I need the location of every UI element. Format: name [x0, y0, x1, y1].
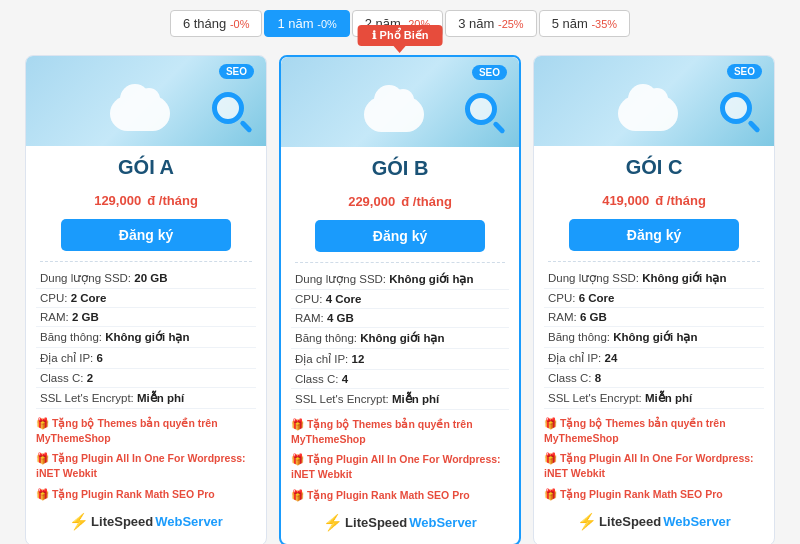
- bonus-b-2: 🎁 Tặng Plugin Rank Math SEO Pro: [291, 485, 509, 506]
- register-btn-a[interactable]: Đăng ký: [61, 219, 231, 251]
- seo-badge-b: SEO: [472, 65, 507, 80]
- litespeed-footer-c: ⚡ LiteSpeed WebServer: [534, 512, 774, 531]
- bonus-c-1: 🎁 Tặng Plugin All In One For Wordpress: …: [544, 448, 764, 483]
- lightning-icon-b: ⚡: [323, 513, 343, 532]
- card-header-c: SEO: [534, 56, 774, 146]
- spec-a-0: Dung lượng SSD: 20 GB: [36, 268, 256, 289]
- price-unit-b: đ /tháng: [401, 194, 452, 209]
- card-price-b: 229,000 đ /tháng: [281, 184, 519, 220]
- spec-c-0: Dung lượng SSD: Không giới hạn: [544, 268, 764, 289]
- lightning-icon-c: ⚡: [577, 512, 597, 531]
- cloud-icon-b: [364, 97, 424, 132]
- spec-c-2: RAM: 6 GB: [544, 308, 764, 327]
- page-wrapper: 6 tháng -0% 1 năm -0% 2 năm -20% 3 năm -…: [0, 0, 800, 544]
- bonus-b-0: 🎁 Tặng bộ Themes bản quyền trên MyThemeS…: [291, 414, 509, 449]
- lightning-icon-a: ⚡: [69, 512, 89, 531]
- seo-badge-c: SEO: [727, 64, 762, 79]
- tab-3-years[interactable]: 3 năm -25%: [445, 10, 536, 37]
- popular-badge: Phổ Biến: [358, 25, 443, 46]
- litespeed-logo-c: ⚡ LiteSpeed WebServer: [577, 512, 731, 531]
- divider-c: [548, 261, 760, 262]
- price-unit-c: đ /tháng: [655, 193, 706, 208]
- webserver-label-c: WebServer: [663, 514, 731, 529]
- bonus-a-1: 🎁 Tặng Plugin All In One For Wordpress: …: [36, 448, 256, 483]
- spec-a-2: RAM: 2 GB: [36, 308, 256, 327]
- card-price-c: 419,000 đ /tháng: [534, 183, 774, 219]
- card-header-b: SEO: [281, 57, 519, 147]
- spec-b-2: RAM: 4 GB: [291, 309, 509, 328]
- bonus-c-2: 🎁 Tặng Plugin Rank Math SEO Pro: [544, 484, 764, 505]
- specs-list-b: Dung lượng SSD: Không giới hạn CPU: 4 Co…: [281, 269, 519, 410]
- cloud-icon-a: [110, 96, 170, 131]
- spec-a-1: CPU: 2 Core: [36, 289, 256, 308]
- price-value-a: 129,000: [94, 193, 141, 208]
- divider-b: [295, 262, 505, 263]
- spec-c-6: SSL Let's Encrypt: Miễn phí: [544, 388, 764, 409]
- cloud-icon-c: [618, 96, 678, 131]
- webserver-label-b: WebServer: [409, 515, 477, 530]
- litespeed-label-b: LiteSpeed: [345, 515, 407, 530]
- spec-b-6: SSL Let's Encrypt: Miễn phí: [291, 389, 509, 410]
- bonus-list-a: 🎁 Tặng bộ Themes bản quyền trên MyThemeS…: [26, 413, 266, 504]
- card-goi-c: SEO GÓI C 419,000 đ /tháng Đăng ký Dung …: [533, 55, 775, 544]
- divider-a: [40, 261, 252, 262]
- spec-b-0: Dung lượng SSD: Không giới hạn: [291, 269, 509, 290]
- litespeed-label-c: LiteSpeed: [599, 514, 661, 529]
- magnifier-icon-b: [465, 93, 497, 125]
- cards-row: SEO GÓI A 129,000 đ /tháng Đăng ký Dung …: [10, 55, 790, 544]
- tab-1-year[interactable]: 1 năm -0%: [264, 10, 349, 37]
- spec-c-3: Băng thông: Không giới hạn: [544, 327, 764, 348]
- spec-b-4: Địa chỉ IP: 12: [291, 349, 509, 370]
- spec-c-4: Địa chỉ IP: 24: [544, 348, 764, 369]
- spec-b-1: CPU: 4 Core: [291, 290, 509, 309]
- litespeed-footer-a: ⚡ LiteSpeed WebServer: [26, 512, 266, 531]
- spec-c-1: CPU: 6 Core: [544, 289, 764, 308]
- spec-a-4: Địa chỉ IP: 6: [36, 348, 256, 369]
- card-price-a: 129,000 đ /tháng: [26, 183, 266, 219]
- specs-list-a: Dung lượng SSD: 20 GB CPU: 2 Core RAM: 2…: [26, 268, 266, 409]
- spec-a-5: Class C: 2: [36, 369, 256, 388]
- bonus-a-2: 🎁 Tặng Plugin Rank Math SEO Pro: [36, 484, 256, 505]
- litespeed-logo-b: ⚡ LiteSpeed WebServer: [323, 513, 477, 532]
- spec-c-5: Class C: 8: [544, 369, 764, 388]
- card-title-b: GÓI B: [281, 147, 519, 184]
- card-goi-b: Phổ Biến SEO GÓI B 229,000 đ /tháng Đăng…: [279, 55, 521, 544]
- card-header-a: SEO: [26, 56, 266, 146]
- magnifier-icon-c: [720, 92, 752, 124]
- bonus-b-1: 🎁 Tặng Plugin All In One For Wordpress: …: [291, 449, 509, 484]
- webserver-label-a: WebServer: [155, 514, 223, 529]
- tab-5-years[interactable]: 5 năm -35%: [539, 10, 630, 37]
- seo-badge-a: SEO: [219, 64, 254, 79]
- tab-6-months[interactable]: 6 tháng -0%: [170, 10, 263, 37]
- bonus-c-0: 🎁 Tặng bộ Themes bản quyền trên MyThemeS…: [544, 413, 764, 448]
- card-title-a: GÓI A: [26, 146, 266, 183]
- litespeed-label-a: LiteSpeed: [91, 514, 153, 529]
- spec-a-3: Băng thông: Không giới hạn: [36, 327, 256, 348]
- litespeed-footer-b: ⚡ LiteSpeed WebServer: [281, 513, 519, 532]
- register-btn-b[interactable]: Đăng ký: [315, 220, 485, 252]
- price-value-b: 229,000: [348, 194, 395, 209]
- register-btn-c[interactable]: Đăng ký: [569, 219, 739, 251]
- litespeed-logo-a: ⚡ LiteSpeed WebServer: [69, 512, 223, 531]
- magnifier-icon-a: [212, 92, 244, 124]
- bonus-a-0: 🎁 Tặng bộ Themes bản quyền trên MyThemeS…: [36, 413, 256, 448]
- spec-a-6: SSL Let's Encrypt: Miễn phí: [36, 388, 256, 409]
- price-unit-a: đ /tháng: [147, 193, 198, 208]
- spec-b-5: Class C: 4: [291, 370, 509, 389]
- bonus-list-b: 🎁 Tặng bộ Themes bản quyền trên MyThemeS…: [281, 414, 519, 505]
- card-title-c: GÓI C: [534, 146, 774, 183]
- specs-list-c: Dung lượng SSD: Không giới hạn CPU: 6 Co…: [534, 268, 774, 409]
- bonus-list-c: 🎁 Tặng bộ Themes bản quyền trên MyThemeS…: [534, 413, 774, 504]
- card-goi-a: SEO GÓI A 129,000 đ /tháng Đăng ký Dung …: [25, 55, 267, 544]
- spec-b-3: Băng thông: Không giới hạn: [291, 328, 509, 349]
- price-value-c: 419,000: [602, 193, 649, 208]
